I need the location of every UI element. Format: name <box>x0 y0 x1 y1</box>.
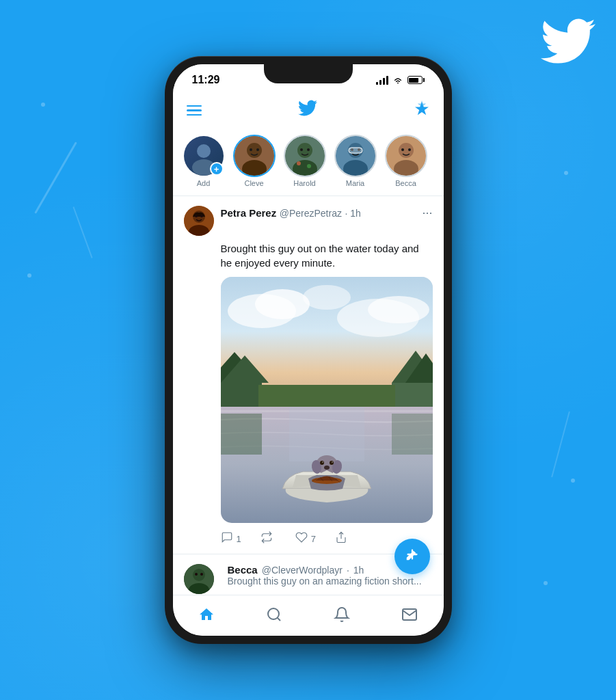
story-cleve[interactable]: Cleve <box>235 136 274 187</box>
reply-count: 1 <box>237 534 241 544</box>
menu-button[interactable] <box>187 105 202 116</box>
retweet-icon <box>260 531 273 547</box>
svg-rect-47 <box>392 414 433 455</box>
phone-mockup: 11:29 <box>165 56 452 644</box>
retweet-button[interactable] <box>260 531 276 547</box>
signal-icon <box>376 75 388 85</box>
add-badge: + <box>210 162 224 176</box>
tweet-avatar <box>184 206 214 236</box>
story-becca[interactable]: Becca <box>386 136 426 187</box>
tweet-meta: Petra Perez @PerezPetraz · 1h ··· <box>221 206 433 220</box>
story-cleve-label: Cleve <box>244 179 263 187</box>
story-ring-maria <box>334 135 377 177</box>
svg-point-30 <box>200 215 203 217</box>
messages-icon <box>401 606 418 623</box>
wifi-icon <box>392 76 403 84</box>
tweet-time-ago: 1h <box>350 208 361 219</box>
tweet-more-button[interactable]: ··· <box>422 206 432 220</box>
app-header <box>173 92 444 129</box>
story-harold[interactable]: Harold <box>285 136 325 187</box>
status-time: 11:29 <box>192 74 220 86</box>
story-ring-becca <box>385 135 427 177</box>
share-icon <box>335 531 347 547</box>
svg-point-53 <box>330 461 334 465</box>
tweet-author-name: Petra Perez <box>221 207 277 219</box>
story-becca-label: Becca <box>395 179 416 187</box>
story-add-label: Add <box>197 179 211 187</box>
compose-icon <box>405 547 420 566</box>
tweet-main: Petra Perez @PerezPetraz · 1h ··· Brough… <box>173 196 444 554</box>
reply-button[interactable]: 1 <box>221 531 241 547</box>
battery-icon <box>407 76 425 84</box>
svg-point-54 <box>322 461 323 463</box>
like-button[interactable]: 7 <box>295 531 316 547</box>
twitter-bg-logo <box>541 14 595 58</box>
svg-point-56 <box>324 466 330 470</box>
svg-point-35 <box>368 296 429 323</box>
like-icon <box>295 531 308 547</box>
phone-notch <box>264 64 353 83</box>
reply-icon <box>221 531 233 547</box>
peek-body: Brought this guy on an amazing fiction s… <box>228 576 433 587</box>
nav-search[interactable] <box>259 600 289 630</box>
story-harold-label: Harold <box>293 179 315 187</box>
svg-rect-46 <box>221 414 262 455</box>
peek-author-name: Becca <box>228 564 258 576</box>
nav-messages[interactable] <box>394 600 425 630</box>
home-icon <box>198 606 215 623</box>
svg-point-62 <box>195 573 198 576</box>
status-icons <box>376 75 425 85</box>
svg-point-33 <box>255 289 310 319</box>
story-maria-label: Maria <box>346 179 365 187</box>
svg-point-36 <box>303 285 351 310</box>
sparkle-button[interactable] <box>414 100 430 120</box>
share-button[interactable] <box>335 531 347 547</box>
stories-row: + Add <box>173 129 444 196</box>
tweet-image <box>221 277 433 523</box>
tweet-body: Brought this guy out on the water today … <box>184 241 433 270</box>
search-icon <box>266 606 282 623</box>
peek-time: 1h <box>353 565 364 576</box>
story-ring-harold <box>284 135 326 177</box>
svg-point-55 <box>332 461 333 463</box>
svg-rect-48 <box>289 407 364 461</box>
tweet-time: · <box>345 208 350 219</box>
notifications-icon <box>334 606 350 623</box>
svg-point-60 <box>193 569 205 581</box>
svg-point-63 <box>200 573 203 576</box>
svg-point-52 <box>320 461 324 465</box>
tweet-actions: 1 <box>184 531 433 547</box>
svg-point-29 <box>195 215 198 217</box>
twitter-logo <box>298 98 317 122</box>
nav-home[interactable] <box>191 600 222 630</box>
svg-point-64 <box>268 608 279 619</box>
compose-button[interactable] <box>394 539 430 574</box>
nav-notifications[interactable] <box>327 600 357 630</box>
story-add[interactable]: + Add <box>184 136 224 187</box>
tweet-handle: @PerezPetraz <box>280 208 342 219</box>
svg-point-0 <box>197 144 211 158</box>
peek-handle: @CleverWordplayr <box>262 565 343 576</box>
story-ring-cleve <box>233 135 276 177</box>
story-maria[interactable]: Maria <box>336 136 375 187</box>
like-count: 7 <box>311 534 316 544</box>
peek-avatar <box>184 564 214 594</box>
bottom-nav <box>173 595 444 636</box>
